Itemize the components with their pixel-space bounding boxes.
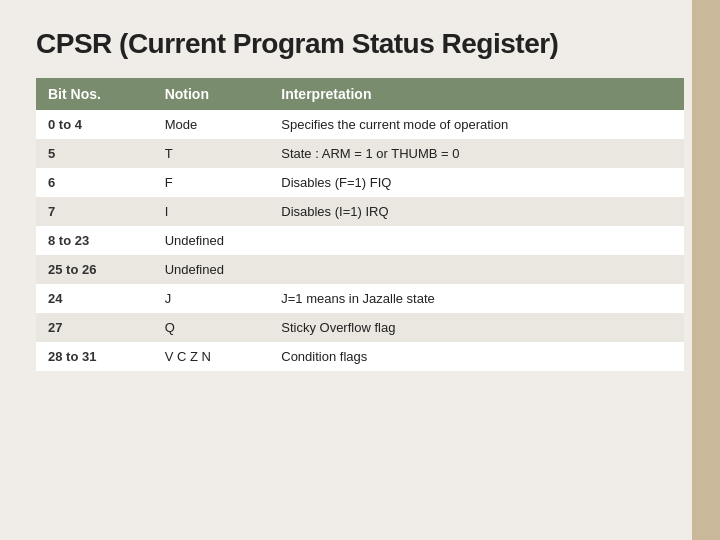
- cell-bit: 7: [36, 197, 153, 226]
- cell-notion: V C Z N: [153, 342, 270, 371]
- cell-interpretation: [269, 255, 684, 284]
- table-row: 6FDisables (F=1) FIQ: [36, 168, 684, 197]
- table-row: 28 to 31V C Z NCondition flags: [36, 342, 684, 371]
- cell-notion: F: [153, 168, 270, 197]
- cell-bit: 24: [36, 284, 153, 313]
- cell-notion: Mode: [153, 110, 270, 139]
- cell-interpretation: [269, 226, 684, 255]
- cell-notion: T: [153, 139, 270, 168]
- cell-bit: 8 to 23: [36, 226, 153, 255]
- cell-bit: 25 to 26: [36, 255, 153, 284]
- table-header-row: Bit Nos. Notion Interpretation: [36, 78, 684, 110]
- table-row: 5TState : ARM = 1 or THUMB = 0: [36, 139, 684, 168]
- cell-notion: J: [153, 284, 270, 313]
- cell-bit: 5: [36, 139, 153, 168]
- table-row: 0 to 4ModeSpecifies the current mode of …: [36, 110, 684, 139]
- cell-interpretation: Condition flags: [269, 342, 684, 371]
- header-interpretation: Interpretation: [269, 78, 684, 110]
- cell-notion: I: [153, 197, 270, 226]
- cell-notion: Undefined: [153, 255, 270, 284]
- side-decorative-bar: [692, 0, 720, 540]
- cell-bit: 28 to 31: [36, 342, 153, 371]
- page: CPSR (Current Program Status Register) B…: [0, 0, 720, 540]
- cell-interpretation: State : ARM = 1 or THUMB = 0: [269, 139, 684, 168]
- table-row: 24JJ=1 means in Jazalle state: [36, 284, 684, 313]
- table-row: 7IDisables (I=1) IRQ: [36, 197, 684, 226]
- cell-interpretation: Sticky Overflow flag: [269, 313, 684, 342]
- cell-interpretation: Specifies the current mode of operation: [269, 110, 684, 139]
- header-bit-nos: Bit Nos.: [36, 78, 153, 110]
- cell-bit: 0 to 4: [36, 110, 153, 139]
- table-row: 8 to 23Undefined: [36, 226, 684, 255]
- cell-notion: Undefined: [153, 226, 270, 255]
- page-title: CPSR (Current Program Status Register): [36, 28, 684, 60]
- cpsr-table: Bit Nos. Notion Interpretation 0 to 4Mod…: [36, 78, 684, 371]
- cell-interpretation: Disables (I=1) IRQ: [269, 197, 684, 226]
- table-row: 25 to 26Undefined: [36, 255, 684, 284]
- header-notion: Notion: [153, 78, 270, 110]
- cell-interpretation: Disables (F=1) FIQ: [269, 168, 684, 197]
- cell-bit: 27: [36, 313, 153, 342]
- cell-notion: Q: [153, 313, 270, 342]
- cell-bit: 6: [36, 168, 153, 197]
- cell-interpretation: J=1 means in Jazalle state: [269, 284, 684, 313]
- table-row: 27QSticky Overflow flag: [36, 313, 684, 342]
